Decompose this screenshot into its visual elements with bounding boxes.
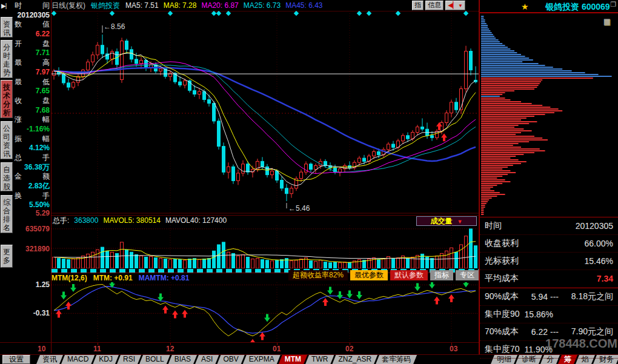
news-diamond-icon	[357, 11, 362, 16]
news-diamond-icon	[463, 11, 468, 16]
news-diamond-icon	[110, 11, 115, 16]
time-axis-tick	[277, 343, 277, 345]
default-params-button[interactable]: 默认参数	[390, 270, 428, 280]
stat-label: 收盘获利	[485, 238, 519, 249]
volume-total-value: 363800	[74, 216, 98, 225]
back-arrow-button[interactable]: ◀▏▼	[445, 1, 465, 10]
tab-boll[interactable]: BOLL	[139, 355, 170, 364]
candlestick-chart[interactable]: ←8.56←5.46	[51, 11, 479, 215]
tab-twr[interactable]: TWR	[305, 355, 334, 364]
tab-rsi[interactable]: RSI	[117, 355, 141, 364]
mtm-toolbar: 超额收益率82% 最优参数 默认参数 指标 专区	[285, 270, 479, 280]
volume-chart[interactable]	[51, 225, 479, 268]
tab-asi[interactable]: ASI	[195, 355, 219, 364]
indicator-menu-button[interactable]: 指标	[430, 270, 453, 280]
quote-field-value: 4.12%	[13, 144, 51, 153]
stat-label: 时间	[485, 220, 502, 231]
quote-field-value: 7.68	[13, 106, 51, 116]
stat-range-high: 7.90元之间	[571, 326, 613, 337]
time-axis-tick	[98, 343, 98, 345]
sell-arrow-icon	[429, 282, 435, 289]
ma-legend-item: MA45: 6.43	[285, 1, 322, 10]
time-axis-label: 02	[345, 345, 353, 353]
dropdown-caret-icon: ▼	[457, 219, 463, 225]
chart-header: 日线(复权) 银鸽投资 MA5: 7.51MA8: 7.28MA20: 6.87…	[51, 0, 479, 12]
time-axis: 101112010203	[0, 342, 479, 354]
grid	[51, 13, 479, 213]
quote-field-label: 数值	[13, 20, 51, 30]
tab-obv[interactable]: OBV	[217, 355, 244, 364]
ma-legend-item: MA25: 6.73	[244, 1, 281, 10]
chip-stat-row: 光标获利15.46%	[480, 253, 618, 270]
news-diamond-icon	[367, 11, 371, 16]
stat-label: 90%成本	[485, 291, 519, 302]
tab-套牢筹码[interactable]: 套牢筹码	[376, 355, 417, 364]
mavol40-label: MAVOL40: 127400	[165, 216, 227, 225]
best-params-button[interactable]: 最优参数	[350, 270, 388, 280]
tab-kdj[interactable]: KDJ	[93, 355, 119, 364]
info-button[interactable]: 信息	[425, 1, 444, 10]
quote-field-value: 7.71	[13, 48, 51, 58]
sidebar-tab-5[interactable]: 自选股	[1, 162, 13, 191]
tab-settings[interactable]: 设置	[2, 355, 30, 364]
sidebar-tab-2[interactable]: 分时走势	[1, 40, 13, 78]
quote-field-label: 开盘	[13, 39, 51, 49]
buy-arrow-icon	[259, 333, 265, 340]
sidebar-tab-4[interactable]: 公司资讯	[1, 121, 13, 159]
tab-资讯[interactable]: 资讯	[36, 355, 63, 364]
favorite-star-icon[interactable]: ★	[521, 2, 529, 12]
quote-field-value: 7.65	[13, 87, 51, 96]
volume-indicator-selector[interactable]: 成交量▼	[416, 216, 477, 226]
mavol5-label: MAVOL5: 380514	[103, 216, 161, 225]
chip-distribution-panel: ★ 银鸽投资 600069 ❐ ▦ 时间20120305收盘获利66.00%光标…	[479, 0, 618, 354]
time-axis-label: 01	[273, 345, 281, 353]
volume-axis-top-label: 635079	[0, 225, 50, 233]
sell-arrow-icon	[70, 284, 76, 292]
collapse-sidebar-icon[interactable]: ▶|	[1, 2, 6, 9]
time-axis-label: 10	[38, 345, 45, 353]
quote-field-label: 振幅	[13, 134, 51, 144]
quote-field-label: 最低	[13, 78, 51, 87]
stat-value: 20120305	[576, 221, 613, 231]
stock-name-label: 银鸽投资	[91, 1, 120, 11]
chip-stat-row: 收盘获利66.00%	[480, 235, 618, 253]
mtm-value-label: MTM: +0.91	[93, 274, 133, 282]
buy-arrow-icon	[162, 306, 168, 314]
sell-arrow-icon	[61, 292, 67, 300]
quote-field-value: 36.38万	[13, 163, 51, 173]
tab-macd[interactable]: MACD	[61, 355, 95, 364]
mtm-chart[interactable]	[51, 282, 479, 342]
sell-arrow-icon	[337, 291, 343, 299]
buy-arrow-icon	[322, 298, 328, 306]
ma-legend-item: MA5: 7.51	[125, 1, 159, 10]
ma-legend: MA5: 7.51MA8: 7.28MA20: 6.87MA25: 6.73MA…	[125, 1, 328, 10]
tab-expma[interactable]: EXPMA	[243, 355, 281, 364]
period-label[interactable]: 日线(复权)	[51, 1, 85, 11]
mtm-params-label: MTM(12,6)	[51, 274, 87, 282]
chip-chart-mode-icon[interactable]: ▦	[603, 17, 611, 26]
zone-button[interactable]: 专区	[456, 270, 479, 280]
excess-return-badge: 超额收益率82%	[288, 270, 348, 280]
time-axis-label: 12	[166, 345, 174, 353]
chip-distribution-chart[interactable]	[481, 15, 618, 216]
sell-arrow-icon	[414, 283, 420, 291]
sidebar-tab-3[interactable]: 技术分析	[1, 80, 13, 118]
stat-label: 集中度70	[485, 344, 520, 355]
quote-data-panel: 时间20120305数值6.22开盘7.71最高7.97最低7.65收盘7.68…	[13, 1, 51, 213]
panel-corner-icon[interactable]: ❐	[610, 1, 616, 8]
stat-value: 15.46%	[585, 256, 613, 266]
quote-field-value: 6.22	[13, 30, 51, 39]
stock-title: 银鸽投资 600069	[545, 2, 610, 13]
buy-arrow-icon	[434, 297, 440, 305]
left-tab-strip: ▶| 资讯分时走势技术分析公司资讯自选股综合排名更多	[0, 0, 13, 354]
quote-field-label: 时间	[13, 1, 51, 11]
stat-range-high: 8.18元之间	[571, 291, 613, 302]
tab-mtm[interactable]: MTM	[279, 355, 307, 364]
tab-bias[interactable]: BIAS	[168, 355, 197, 364]
sidebar-tab-1[interactable]: 资讯	[1, 17, 13, 38]
sell-arrow-icon	[327, 286, 333, 294]
stat-value: 15.86%	[525, 309, 553, 319]
tab-znz_asr[interactable]: ZNZ_ASR	[332, 355, 377, 364]
indicator-button[interactable]: 指	[412, 1, 424, 10]
buy-arrow-icon	[56, 309, 62, 317]
